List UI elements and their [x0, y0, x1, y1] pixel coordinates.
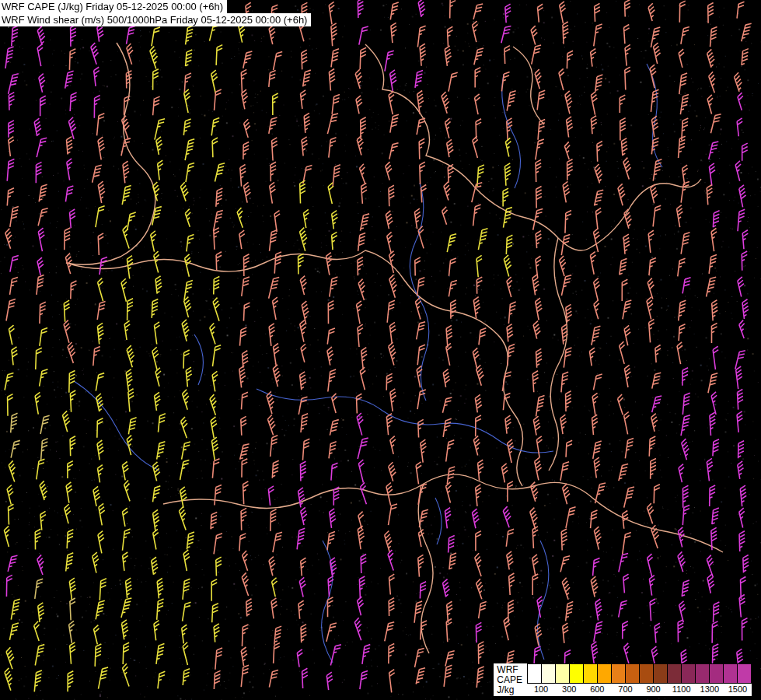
wind-barb	[96, 600, 105, 621]
wind-barb	[742, 299, 750, 319]
wind-barb	[271, 578, 281, 597]
wind-barb	[738, 320, 749, 338]
wind-barb	[565, 210, 571, 233]
wind-barb	[505, 415, 513, 433]
wind-barb	[299, 320, 309, 342]
wind-barb	[648, 320, 655, 343]
wind-barb	[330, 276, 338, 298]
wind-barb	[326, 253, 335, 275]
wind-barb	[567, 159, 573, 180]
wind-barb	[655, 345, 662, 363]
wind-barb	[183, 118, 190, 135]
wind-barb	[358, 324, 365, 347]
wind-barb	[331, 463, 338, 481]
wind-barb	[70, 436, 76, 457]
wind-barb	[710, 485, 715, 506]
wind-barb	[38, 207, 48, 227]
wind-barb	[594, 457, 602, 478]
wind-barb	[9, 93, 15, 110]
wind-barb	[620, 95, 625, 113]
legend-color-cell	[570, 664, 584, 683]
wind-barb	[564, 91, 575, 114]
wind-barb	[476, 666, 483, 688]
wind-barb	[96, 440, 105, 460]
wind-barb	[120, 278, 131, 301]
wind-barb	[650, 599, 657, 621]
wind-barb	[594, 23, 602, 47]
wind-barb	[421, 185, 428, 203]
wind-barb	[562, 181, 571, 202]
wind-barb	[538, 119, 545, 140]
wind-barb	[96, 372, 104, 391]
wind-barb	[155, 368, 165, 387]
wind-barb	[390, 2, 398, 20]
wind-barb	[178, 506, 191, 530]
wind-barb	[560, 555, 570, 573]
wind-barb	[356, 135, 366, 155]
wind-barb	[241, 647, 250, 666]
wind-barb	[566, 440, 572, 457]
wind-barb	[67, 529, 73, 548]
wind-barb	[273, 93, 278, 115]
wind-barb	[711, 324, 717, 344]
wind-barb	[212, 345, 221, 367]
wind-barb	[479, 327, 486, 345]
wind-barb	[474, 553, 487, 576]
wind-barb	[536, 159, 542, 182]
wind-barb	[475, 485, 483, 506]
wind-barb	[652, 372, 662, 390]
wind-barb	[37, 44, 46, 66]
wind-barb	[157, 160, 165, 180]
wind-barb	[416, 462, 424, 485]
wind-barb	[185, 138, 194, 162]
wind-barb	[298, 228, 310, 251]
wind-barb	[445, 508, 452, 529]
wind-barb	[591, 509, 598, 528]
wind-barb	[180, 459, 190, 481]
wind-barb	[69, 642, 76, 664]
legend-color-cell	[668, 664, 682, 683]
wind-barb	[269, 669, 278, 688]
wind-barb	[127, 25, 135, 44]
wind-barb	[68, 671, 73, 692]
wind-barb	[241, 551, 253, 571]
wind-barb	[387, 300, 395, 324]
wind-barb	[212, 138, 218, 157]
wind-barb	[623, 158, 634, 180]
wind-barb	[329, 2, 337, 24]
wind-barb	[562, 623, 570, 643]
wind-barb	[302, 137, 309, 156]
wind-barb	[388, 342, 400, 366]
wind-barb	[535, 298, 544, 320]
wind-barb	[678, 257, 686, 277]
wind-barb	[298, 488, 306, 508]
wind-barb	[742, 230, 749, 250]
wind-barb	[536, 348, 542, 367]
wind-barb	[737, 277, 747, 297]
wind-barb	[359, 482, 372, 504]
wind-barb	[390, 114, 399, 134]
wind-barb	[326, 347, 336, 365]
wind-barb	[416, 366, 425, 387]
wind-barb	[300, 344, 309, 362]
wind-barb	[211, 437, 220, 460]
wind-barb	[389, 598, 395, 616]
wind-barb	[97, 137, 106, 159]
wind-barb	[738, 508, 749, 527]
wind-barb	[711, 527, 717, 550]
wind-barb	[68, 461, 73, 478]
wind-barb	[329, 509, 337, 528]
wind-barb	[332, 94, 340, 115]
wind-barb	[561, 274, 571, 296]
wind-barb	[449, 552, 456, 570]
wind-barb	[154, 322, 162, 345]
wind-barb	[127, 256, 135, 279]
wind-barb	[649, 576, 658, 596]
legend-color-cell	[738, 664, 751, 683]
wind-barb	[93, 486, 102, 506]
wind-barb	[183, 350, 190, 369]
wind-barb	[268, 25, 278, 44]
wind-barb	[122, 508, 131, 527]
wind-barb	[651, 458, 656, 478]
wind-barb	[472, 21, 482, 42]
